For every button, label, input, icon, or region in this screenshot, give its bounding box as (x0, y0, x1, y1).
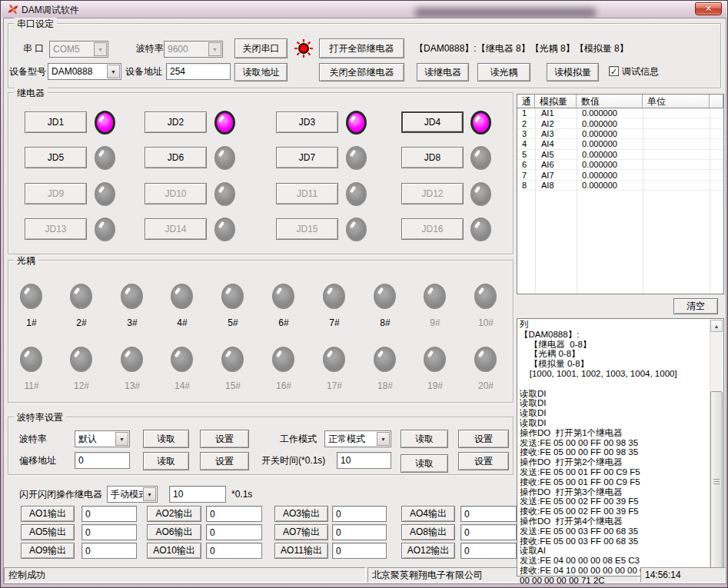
ao6-output-input[interactable]: 0 (206, 524, 262, 540)
opto-group-title: 光耦 (14, 254, 38, 267)
chevron-down-icon[interactable]: ▼ (115, 432, 128, 446)
relay-button-jd2[interactable]: JD2 (145, 111, 207, 133)
ao9-output-input[interactable]: 0 (81, 543, 137, 559)
table-row[interactable]: 1 AI1 0.000000 (517, 108, 723, 118)
ao11-output-button[interactable]: AO11输出 (274, 543, 328, 559)
table-row[interactable]: 7 AI7 0.000000 (517, 170, 723, 180)
analog-table-header: 通 模拟量 数值 单位 (517, 95, 723, 108)
relay-button-jd8[interactable]: JD8 (401, 147, 464, 168)
read-opto-button[interactable]: 读光耦 (477, 63, 530, 81)
open-all-relays-button[interactable]: 打开全部继电器 (319, 38, 404, 58)
device-address-input[interactable]: 254 (166, 63, 231, 80)
ao3-output-input[interactable]: 0 (332, 506, 387, 522)
opto-led-12 (70, 347, 92, 372)
opto-label-2: 2# (62, 314, 101, 331)
ao8-output-button[interactable]: AO8输出 (401, 524, 455, 540)
ao2-output-input[interactable]: 0 (206, 506, 262, 522)
ao10-output-button[interactable]: AO10输出 (147, 543, 201, 559)
relay-button-jd16: JD16 (401, 218, 464, 240)
ao11-output-input[interactable]: 0 (332, 543, 387, 559)
log-output[interactable]: 列 【DAM0888】: 【继电器 0-8】 【光耦 0-8】 【模拟量 0-8… (517, 319, 708, 586)
relay-button-jd6[interactable]: JD6 (145, 147, 207, 168)
offset-read-button[interactable]: 读取 (143, 452, 189, 470)
debug-info-checkbox[interactable]: ✓ (609, 66, 619, 76)
workmode-set-button[interactable]: 设置 (458, 430, 509, 448)
scrollbar-thumb[interactable] (710, 391, 723, 573)
relay-button-jd1[interactable]: JD1 (25, 111, 87, 133)
offset-address-input[interactable]: 0 (75, 452, 130, 469)
workmode-read-button[interactable]: 读取 (401, 430, 448, 448)
switch-time-input[interactable]: 10 (337, 452, 391, 469)
log-scrollbar[interactable]: ▲ (710, 320, 723, 575)
ao4-output-input[interactable]: 0 (460, 506, 517, 522)
chevron-down-icon[interactable]: ▼ (94, 42, 107, 56)
table-row[interactable]: 4 AI4 0.000000 (517, 139, 723, 149)
header-cell[interactable] (710, 95, 723, 108)
baud-set-button[interactable]: 设置 (200, 430, 249, 448)
log-panel[interactable]: 列 【DAM0888】: 【继电器 0-8】 【光耦 0-8】 【模拟量 0-8… (517, 318, 724, 576)
ao12-output-button[interactable]: AO12输出 (401, 543, 455, 559)
header-cell[interactable]: 通 (517, 95, 535, 108)
table-row[interactable]: 5 AI5 0.000000 (517, 150, 723, 160)
flash-time-input[interactable]: 10 (169, 486, 226, 503)
opto-led-14 (171, 347, 193, 372)
close-button[interactable]: ✕ (695, 2, 722, 15)
header-cell[interactable]: 数值 (577, 95, 643, 108)
switchtime-set-button[interactable]: 设置 (458, 452, 509, 470)
baud-rate-combo[interactable]: 默认 ▼ (75, 430, 130, 447)
ao7-output-button[interactable]: AO7输出 (274, 524, 328, 540)
ao6-output-button[interactable]: AO6输出 (147, 524, 201, 540)
read-address-button[interactable]: 读取地址 (234, 63, 288, 81)
table-row[interactable]: 2 AI2 0.000000 (517, 118, 723, 128)
switchtime-read-button[interactable]: 读取 (401, 454, 448, 473)
read-analog-button[interactable]: 读模拟量 (547, 63, 599, 81)
header-cell[interactable]: 单位 (643, 95, 710, 108)
relay-button-jd3[interactable]: JD3 (276, 111, 338, 133)
header-cell[interactable]: 模拟量 (535, 95, 577, 108)
table-row[interactable]: 6 AI6 0.000000 (517, 160, 723, 170)
flash-mode-combo[interactable]: 手动模式 ▼ (107, 486, 158, 503)
title-bar[interactable]: DAM调试软件 ✕ (2, 1, 726, 18)
ao1-output-input[interactable]: 0 (81, 506, 137, 522)
ao8-output-input[interactable]: 0 (460, 524, 517, 540)
ao10-output-input[interactable]: 0 (206, 543, 262, 559)
relay-led-jd2 (214, 111, 235, 135)
ao7-output-input[interactable]: 0 (332, 524, 387, 540)
table-row[interactable]: 3 AI3 0.000000 (517, 129, 723, 139)
relay-button-jd7[interactable]: JD7 (276, 147, 338, 168)
offset-set-button[interactable]: 设置 (200, 452, 249, 470)
relay-led-jd6 (214, 146, 235, 170)
table-row[interactable]: 8 AI8 0.000000 (517, 181, 723, 191)
baud-read-button[interactable]: 读取 (143, 430, 189, 448)
model-combo[interactable]: DAM0888 ▼ (48, 63, 121, 80)
relay-button-jd5[interactable]: JD5 (25, 147, 87, 168)
clear-log-button[interactable]: 清空 (673, 298, 718, 314)
chevron-down-icon[interactable]: ▼ (143, 487, 156, 501)
relay-button-jd4[interactable]: JD4 (401, 111, 464, 133)
ao2-output-button[interactable]: AO2输出 (147, 506, 201, 522)
relay-button-jd12: JD12 (401, 183, 464, 204)
chevron-down-icon[interactable]: ▼ (107, 65, 120, 78)
read-relay-button[interactable]: 读继电器 (417, 63, 469, 81)
opto-led-10 (474, 284, 497, 309)
ao12-output-input[interactable]: 0 (460, 543, 517, 559)
scroll-up-button[interactable]: ▲ (710, 320, 723, 332)
chevron-down-icon[interactable]: ▼ (208, 42, 221, 56)
device-summary: 【DAM0888】:【继电器 8】【光耦 8】【模拟量 8】 (414, 40, 629, 57)
opto-led-8 (374, 284, 396, 309)
close-serial-button[interactable]: 关闭串口 (234, 38, 288, 58)
ao5-output-button[interactable]: AO5输出 (21, 524, 75, 540)
ao9-output-button[interactable]: AO9输出 (21, 543, 75, 559)
relay-button-jd14: JD14 (145, 218, 207, 240)
close-all-relays-button[interactable]: 关闭全部继电器 (319, 63, 404, 81)
ao1-output-button[interactable]: AO1输出 (21, 506, 75, 522)
baud-value: 9600 (168, 44, 188, 55)
chevron-down-icon[interactable]: ▼ (377, 432, 390, 446)
ao4-output-button[interactable]: AO4输出 (401, 506, 455, 522)
baud-combo[interactable]: 9600 ▼ (164, 41, 223, 58)
work-mode-combo[interactable]: 正常模式 ▼ (324, 430, 391, 447)
status-message: 控制成功 (4, 567, 366, 583)
ao5-output-input[interactable]: 0 (81, 524, 137, 540)
ao3-output-button[interactable]: AO3输出 (274, 506, 328, 522)
port-combo[interactable]: COM5 ▼ (49, 41, 108, 58)
